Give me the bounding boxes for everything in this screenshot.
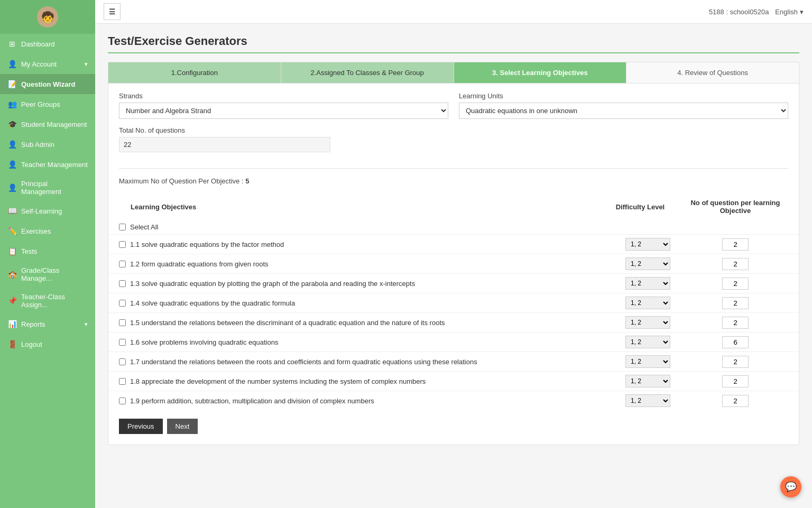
obj-difficulty-select-obj-1-6[interactable]: 1, 2 — [625, 336, 670, 348]
chat-bubble[interactable]: 💬 — [780, 476, 801, 497]
sidebar-item-question-wizard[interactable]: 📝 Question Wizard — [0, 74, 95, 94]
previous-button[interactable]: Previous — [119, 419, 163, 434]
obj-count-input-obj-1-5[interactable] — [722, 317, 749, 329]
learning-units-label: Learning Units — [459, 92, 788, 100]
topbar: ☰ 5188 : school0520a English ▾ — [95, 0, 812, 24]
select-all-checkbox[interactable] — [119, 224, 126, 230]
obj-count-input-obj-1-4[interactable] — [722, 297, 749, 309]
form-row-strands: Strands Number and Algebra Strand Learni… — [119, 92, 788, 119]
obj-count-obj-1-1 — [682, 238, 788, 251]
obj-difficulty-select-obj-1-1[interactable]: 1, 2 — [625, 238, 670, 251]
obj-checkbox-obj-1-7[interactable] — [119, 358, 126, 365]
max-questions-section: Maximum No of Question Per Objective : 5 — [108, 169, 799, 199]
objective-row-obj-1-9: 1.9 perform addition, subtraction, multi… — [108, 391, 799, 410]
sidebar-item-sub-admin[interactable]: 👤 Sub Admin — [0, 134, 95, 154]
strands-select[interactable]: Number and Algebra Strand — [119, 103, 448, 119]
select-all-row: Select All — [108, 220, 799, 234]
topbar-right: 5188 : school0520a English ▾ — [709, 8, 804, 16]
sidebar-icon-dashboard: ⊞ — [7, 39, 17, 49]
objective-row-obj-1-7: 1.7 understand the relations between the… — [108, 352, 799, 371]
obj-count-obj-1-9 — [682, 395, 788, 407]
step-tab-configuration[interactable]: 1.Configuration — [108, 62, 281, 83]
sidebar-label-dashboard: Dashboard — [21, 40, 55, 48]
sidebar-icon-reports: 📊 — [7, 319, 17, 329]
objective-row-obj-1-8: 1.8 appreciate the development of the nu… — [108, 371, 799, 391]
obj-checkbox-obj-1-3[interactable] — [119, 280, 126, 287]
obj-count-obj-1-5 — [682, 317, 788, 329]
learning-units-select[interactable]: Quadratic equations in one unknown — [459, 103, 788, 119]
select-all-label: Select All — [130, 223, 158, 231]
sidebar-item-self-learning[interactable]: 📖 Self-Learning — [0, 201, 95, 221]
objective-row-obj-1-4: 1.4 solve quadratic equations by the qua… — [108, 293, 799, 312]
obj-difficulty-select-obj-1-9[interactable]: 1, 2 — [625, 394, 670, 407]
objectives-col-name: Learning Objectives — [119, 203, 598, 211]
obj-checkbox-obj-1-6[interactable] — [119, 339, 126, 346]
sidebar-item-teacher-class-assign[interactable]: 📌 Teacher-Class Assign... — [0, 288, 95, 314]
obj-checkbox-obj-1-1[interactable] — [119, 241, 126, 248]
obj-difficulty-select-obj-1-4[interactable]: 1, 2 — [625, 297, 670, 309]
sidebar-item-principal-management[interactable]: 👤 Principal Management — [0, 174, 95, 201]
obj-checkbox-obj-1-8[interactable] — [119, 378, 126, 385]
obj-text-obj-1-1: 1.1 solve quadratic equations by the fac… — [130, 241, 621, 248]
obj-difficulty-select-obj-1-7[interactable]: 1, 2 — [625, 355, 670, 368]
sidebar-item-my-account[interactable]: 👤 My Account ▾ — [0, 54, 95, 74]
sidebar-icon-teacher-management: 👤 — [7, 160, 17, 169]
obj-checkbox-obj-1-9[interactable] — [119, 398, 126, 404]
sidebar-item-teacher-management[interactable]: 👤 Teacher Management — [0, 154, 95, 174]
obj-difficulty-select-obj-1-5[interactable]: 1, 2 — [625, 316, 670, 329]
sidebar-icon-teacher-class-assign: 📌 — [7, 296, 17, 306]
sidebar-item-peer-groups[interactable]: 👥 Peer Groups — [0, 94, 95, 114]
step-tab-select-objectives[interactable]: 3. Select Learning Objectives — [454, 62, 627, 83]
language-selector[interactable]: English ▾ — [775, 8, 804, 16]
sidebar-item-tests[interactable]: 📋 Tests — [0, 241, 95, 261]
sidebar-item-exercises[interactable]: ✏️ Exercises — [0, 221, 95, 241]
sidebar-item-reports[interactable]: 📊 Reports ▾ — [0, 314, 95, 334]
obj-count-input-obj-1-7[interactable] — [722, 356, 749, 368]
obj-count-input-obj-1-8[interactable] — [722, 375, 749, 387]
next-button[interactable]: Next — [167, 419, 198, 434]
sidebar-icon-tests: 📋 — [7, 246, 17, 256]
sidebar-item-dashboard[interactable]: ⊞ Dashboard — [0, 34, 95, 54]
hamburger-button[interactable]: ☰ — [104, 3, 121, 20]
obj-checkbox-obj-1-2[interactable] — [119, 261, 126, 267]
sidebar-item-logout[interactable]: 🚪 Logout — [0, 334, 95, 354]
sidebar-label-question-wizard: Question Wizard — [21, 80, 75, 88]
obj-text-obj-1-7: 1.7 understand the relations between the… — [130, 358, 621, 366]
obj-difficulty-select-obj-1-2[interactable]: 1, 2 — [625, 257, 670, 270]
page-title: Test/Exercise Generators — [108, 34, 799, 48]
sidebar-icon-grade-class-manage: 🏫 — [7, 270, 17, 279]
objective-row-obj-1-1: 1.1 solve quadratic equations by the fac… — [108, 234, 799, 254]
avatar: 🧒 — [37, 6, 58, 27]
obj-difficulty-select-obj-1-3[interactable]: 1, 2 — [625, 277, 670, 290]
sidebar-label-exercises: Exercises — [21, 227, 51, 235]
objectives-header: Learning Objectives Difficulty Level No … — [108, 199, 799, 215]
sidebar-arrow-reports: ▾ — [85, 321, 88, 328]
form-row-total: Total No. of questions — [119, 126, 788, 152]
total-questions-input — [119, 137, 330, 152]
user-info: 5188 : school0520a — [709, 8, 769, 16]
step-tab-assigned-classes[interactable]: 2.Assigned To Classes & Peer Group — [281, 62, 454, 83]
objective-rows-container: 1.1 solve quadratic equations by the fac… — [108, 234, 799, 410]
obj-count-input-obj-1-3[interactable] — [722, 278, 749, 290]
obj-count-input-obj-1-9[interactable] — [722, 395, 749, 407]
form-section: Strands Number and Algebra Strand Learni… — [108, 84, 799, 168]
sidebar-label-student-management: Student Management — [21, 121, 87, 128]
objective-row-obj-1-6: 1.6 solve problems involving quadratic e… — [108, 332, 799, 352]
obj-difficulty-obj-1-7: 1, 2 — [625, 355, 678, 368]
obj-count-input-obj-1-6[interactable] — [722, 336, 749, 348]
objective-row-obj-1-3: 1.3 solve quadratic equation by plotting… — [108, 273, 799, 293]
sidebar-label-peer-groups: Peer Groups — [21, 100, 60, 108]
strands-label: Strands — [119, 92, 448, 100]
obj-checkbox-obj-1-4[interactable] — [119, 300, 126, 307]
obj-difficulty-select-obj-1-8[interactable]: 1, 2 — [625, 375, 670, 387]
total-questions-group: Total No. of questions — [119, 126, 788, 152]
obj-text-obj-1-6: 1.6 solve problems involving quadratic e… — [130, 338, 621, 346]
step-tab-review-questions[interactable]: 4. Review of Questions — [626, 62, 799, 83]
sidebar-item-grade-class-manage[interactable]: 🏫 Grade/Class Manage... — [0, 261, 95, 288]
obj-difficulty-obj-1-9: 1, 2 — [625, 394, 678, 407]
obj-count-input-obj-1-2[interactable] — [722, 258, 749, 270]
obj-count-input-obj-1-1[interactable] — [722, 238, 749, 251]
obj-count-obj-1-4 — [682, 297, 788, 309]
sidebar-item-student-management[interactable]: 🎓 Student Management — [0, 114, 95, 134]
obj-checkbox-obj-1-5[interactable] — [119, 319, 126, 326]
